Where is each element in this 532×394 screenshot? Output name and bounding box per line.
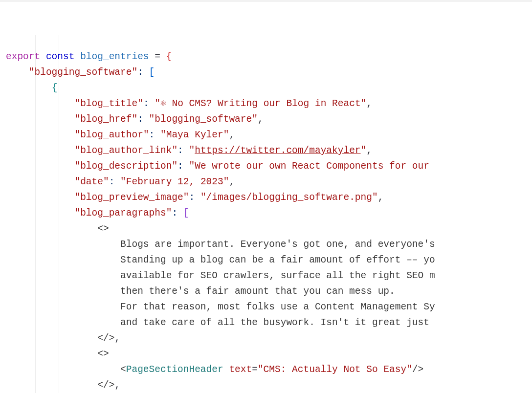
inner-brace-open: { bbox=[52, 83, 58, 93]
jsx-text-line: Blogs are important. Everyone's got one,… bbox=[120, 239, 435, 250]
bracket-open: [ bbox=[149, 67, 155, 78]
key-date: date bbox=[80, 176, 103, 187]
paragraphs-bracket-open: [ bbox=[183, 208, 189, 219]
value-blog-preview-image: /images/blogging_software.png bbox=[206, 192, 372, 203]
jsx-fragment-close: </> bbox=[97, 333, 114, 344]
value-blog-description: We wrote our own React Components for ou… bbox=[195, 161, 435, 172]
value-blog-author-link[interactable]: https://twitter.com/mayakyler bbox=[195, 145, 360, 156]
jsx-text-line: For that reason, most folks use a Conten… bbox=[120, 302, 435, 312]
jsx-text-line: and take care of all the busywork. Isn't… bbox=[120, 317, 435, 328]
keyword-export: export bbox=[6, 51, 40, 62]
jsx-text-line: available for SEO crawlers, surface all … bbox=[120, 270, 435, 281]
keyword-const: const bbox=[46, 51, 75, 62]
jsx-component: PageSectionHeader bbox=[126, 364, 223, 375]
key-blog-author-link: blog_author_link bbox=[80, 145, 172, 156]
key-blog-href: blog_href bbox=[80, 114, 132, 125]
key-blog-paragraphs: blog_paragraphs bbox=[80, 208, 166, 219]
value-blog-author: Maya Kyler bbox=[166, 130, 223, 140]
code-block: export const blog_entries = { "blogging_… bbox=[6, 18, 532, 393]
jsx-attr-name: text bbox=[229, 364, 252, 375]
jsx-text-line: Standing up a blog can be a fair amount … bbox=[120, 255, 435, 265]
colon: : bbox=[137, 67, 143, 78]
value-blog-title: ⚛ No CMS? Writing our Blog in React bbox=[160, 98, 361, 109]
key-blog-description: blog_description bbox=[80, 161, 172, 172]
key-blog-title: blog_title bbox=[80, 98, 137, 109]
jsx-text-line: then there's a fair amount that you can … bbox=[120, 286, 395, 297]
jsx-fragment-open: <> bbox=[97, 349, 109, 359]
code-editor[interactable]: export const blog_entries = { "blogging_… bbox=[0, 0, 532, 394]
key-blog-author: blog_author bbox=[80, 130, 143, 140]
key-blogging-software: blogging_software bbox=[35, 67, 132, 78]
value-blog-href: blogging_software bbox=[155, 114, 252, 125]
equals: = bbox=[155, 51, 160, 62]
jsx-fragment-close: </> bbox=[97, 380, 114, 391]
key-blog-preview-image: blog_preview_image bbox=[80, 192, 183, 203]
jsx-attr-value: CMS: Actually Not So Easy bbox=[264, 364, 407, 375]
jsx-fragment-open: <> bbox=[97, 223, 109, 234]
brace-open: { bbox=[166, 51, 172, 62]
var-blog-entries: blog_entries bbox=[80, 51, 149, 62]
value-date: February 12, 2023 bbox=[126, 176, 223, 187]
